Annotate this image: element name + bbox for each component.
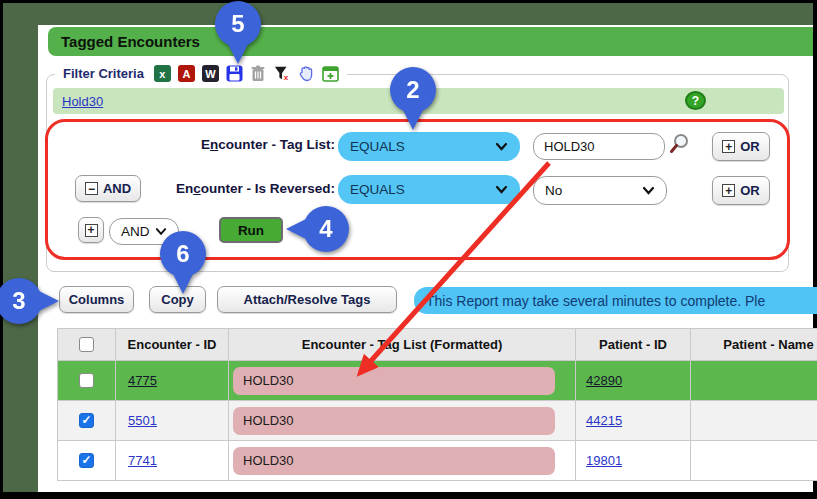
and-or-select[interactable]: AND: [109, 218, 179, 245]
tag-list-cell: HOLD30: [229, 441, 576, 480]
or-label: OR: [740, 183, 760, 198]
label-part: En: [176, 181, 193, 196]
label-accesskey: n: [210, 137, 218, 152]
operator-value: EQUALS: [350, 139, 405, 154]
encounter-id-link[interactable]: 7741: [128, 453, 157, 468]
filter-criteria-legend: Filter Criteria x A W x: [55, 65, 347, 82]
word-export-icon[interactable]: W: [202, 65, 219, 82]
table-header-row: Encounter - ID Encounter - Tag List (For…: [58, 329, 817, 361]
label-part: ounter - Is Reversed:: [201, 181, 335, 196]
run-button[interactable]: Run: [219, 217, 283, 243]
encounter-id-cell: 4775: [116, 361, 229, 400]
chevron-down-icon: [642, 186, 655, 195]
row-checkbox[interactable]: [79, 413, 94, 428]
page-title: Tagged Encounters: [48, 27, 813, 56]
saved-filter-link[interactable]: Hold30: [62, 94, 103, 109]
attach-resolve-tags-button[interactable]: Attach/Resolve Tags: [217, 286, 397, 313]
patient-id-cell: 44215: [576, 401, 691, 440]
encounter-id-cell: 7741: [116, 441, 229, 480]
patient-id-link[interactable]: 44215: [586, 413, 622, 428]
tag-list-cell: HOLD30: [229, 361, 576, 400]
excel-export-icon[interactable]: x: [154, 65, 171, 82]
is-reversed-label: Encounter - Is Reversed:: [47, 181, 335, 196]
row-checkbox[interactable]: [79, 373, 94, 388]
chevron-down-icon: [495, 142, 508, 151]
header-encounter-id[interactable]: Encounter - ID: [116, 329, 229, 360]
pdf-export-icon[interactable]: A: [178, 65, 195, 82]
page-title-text: Tagged Encounters: [61, 33, 200, 50]
patient-id-link[interactable]: 42890: [586, 373, 622, 388]
table-row[interactable]: 4775 HOLD30 42890: [58, 361, 817, 401]
row-select-cell: [58, 401, 116, 440]
or-button-row2[interactable]: + OR: [712, 176, 770, 205]
header-tag-list[interactable]: Encounter - Tag List (Formatted): [229, 329, 576, 360]
columns-button[interactable]: Columns: [59, 286, 134, 313]
help-icon[interactable]: ?: [685, 91, 706, 110]
tag-list-operator-select[interactable]: EQUALS: [338, 132, 520, 161]
select-value: No: [545, 183, 562, 198]
label-accesskey: c: [193, 181, 201, 196]
patient-name-cell: [691, 401, 817, 440]
tag-pill: HOLD30: [233, 367, 555, 395]
tag-value-input[interactable]: [533, 133, 665, 160]
patient-name-cell: [691, 441, 817, 480]
or-button-row1[interactable]: + OR: [712, 132, 770, 161]
filter-criteria-label: Filter Criteria: [63, 66, 144, 81]
chevron-down-icon: [495, 185, 508, 194]
tag-list-cell: HOLD30: [229, 401, 576, 440]
table-row[interactable]: 5501 HOLD30 44215: [58, 401, 817, 441]
export-toolbar: x A W x: [154, 65, 339, 82]
patient-id-cell: 42890: [576, 361, 691, 400]
operator-value: EQUALS: [350, 182, 405, 197]
header-select-cell: [58, 329, 116, 360]
is-reversed-value-select[interactable]: No: [533, 176, 667, 205]
encounter-id-cell: 5501: [116, 401, 229, 440]
plus-box-icon: +: [85, 224, 98, 237]
chevron-down-icon: [155, 227, 167, 236]
label-part: E: [201, 137, 210, 152]
hand-icon[interactable]: [298, 65, 315, 82]
select-value: AND: [121, 224, 150, 239]
tag-pill: HOLD30: [233, 407, 555, 435]
label-part: counter - Tag List:: [218, 137, 335, 152]
add-condition-button[interactable]: +: [78, 217, 104, 243]
copy-button[interactable]: Copy: [149, 286, 206, 313]
patient-name-cell: [691, 361, 817, 400]
screenshot-stage: Tagged Encounters Filter Criteria x A W …: [0, 0, 817, 499]
header-patient-id[interactable]: Patient - ID: [576, 329, 691, 360]
svg-text:x: x: [284, 73, 289, 82]
plus-box-icon: +: [722, 140, 735, 153]
tag-pill: HOLD30: [233, 447, 555, 475]
encounters-table: Encounter - ID Encounter - Tag List (For…: [57, 328, 817, 481]
search-icon[interactable]: [668, 132, 692, 160]
is-reversed-operator-select[interactable]: EQUALS: [338, 175, 520, 204]
encounter-id-link[interactable]: 5501: [128, 413, 157, 428]
filter-criteria-fieldset: Filter Criteria x A W x: [46, 74, 789, 272]
row-select-cell: [58, 361, 116, 400]
report-notice: This Report may take several minutes to …: [414, 287, 817, 314]
row-checkbox[interactable]: [79, 453, 94, 468]
add-calendar-icon[interactable]: [322, 65, 339, 82]
patient-id-link[interactable]: 19801: [586, 453, 622, 468]
or-label: OR: [740, 139, 760, 154]
table-row[interactable]: 7741 HOLD30 19801: [58, 441, 817, 481]
save-icon[interactable]: [226, 65, 243, 82]
saved-filter-bar: Hold30 ?: [53, 88, 784, 114]
select-all-checkbox[interactable]: [79, 337, 94, 352]
encounter-id-link[interactable]: 4775: [128, 373, 157, 388]
tag-list-label: Encounter - Tag List:: [47, 137, 335, 152]
clear-filter-icon[interactable]: x: [274, 65, 291, 82]
header-patient-name[interactable]: Patient - Name: [691, 329, 817, 360]
plus-box-icon: +: [722, 184, 735, 197]
patient-id-cell: 19801: [576, 441, 691, 480]
row-select-cell: [58, 441, 116, 480]
trash-icon[interactable]: [250, 65, 267, 82]
